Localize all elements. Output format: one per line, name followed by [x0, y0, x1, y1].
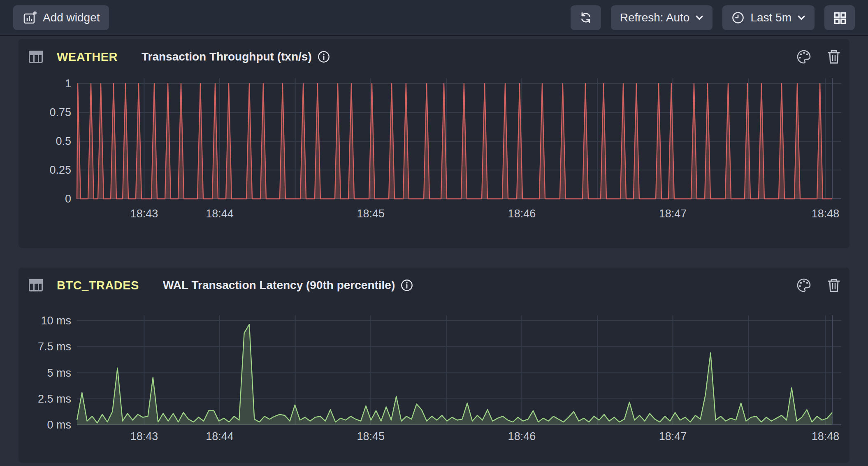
widget-title: WAL Transaction Latency (90th percentile… — [163, 279, 395, 292]
time-range-label: Last 5m — [750, 11, 791, 24]
widget-panel: WEATHER Transaction Throughput (txn/s) — [19, 39, 849, 248]
svg-text:18:45: 18:45 — [357, 430, 385, 443]
svg-text:0.5: 0.5 — [56, 135, 71, 147]
svg-text:18:45: 18:45 — [357, 207, 385, 220]
throughput-chart[interactable]: 00.250.50.75118:4318:4418:4518:4618:4718… — [19, 74, 849, 248]
svg-text:18:47: 18:47 — [659, 207, 687, 220]
info-icon[interactable] — [318, 51, 330, 63]
grid-layout-icon — [833, 11, 847, 25]
add-widget-button[interactable]: Add widget — [13, 5, 109, 30]
trash-icon[interactable] — [826, 277, 841, 293]
svg-text:18:43: 18:43 — [130, 430, 158, 443]
palette-icon[interactable] — [796, 277, 812, 293]
svg-text:5 ms: 5 ms — [47, 367, 71, 379]
grid-layout-button[interactable] — [824, 5, 855, 30]
widget-panel: BTC_TRADES WAL Transaction Latency (90th… — [19, 268, 849, 463]
svg-text:0.75: 0.75 — [49, 106, 71, 119]
chevron-down-icon — [797, 15, 805, 21]
widget-header: WEATHER Transaction Throughput (txn/s) — [19, 39, 849, 75]
table-name: BTC_TRADES — [57, 279, 139, 292]
add-widget-label: Add widget — [43, 11, 100, 24]
table-name: WEATHER — [57, 50, 118, 64]
trash-icon[interactable] — [826, 49, 841, 65]
add-widget-chart-icon — [22, 10, 37, 25]
svg-text:18:48: 18:48 — [812, 207, 840, 220]
palette-icon[interactable] — [796, 49, 812, 65]
widget-title: Transaction Throughput (txn/s) — [142, 50, 312, 63]
refresh-mode-label: Refresh: Auto — [620, 11, 690, 24]
clock-icon — [731, 11, 745, 24]
svg-text:2.5 ms: 2.5 ms — [38, 393, 71, 405]
toolbar: Add widget Refresh: Auto — [0, 0, 868, 36]
refresh-mode-dropdown[interactable]: Refresh: Auto — [611, 5, 713, 30]
svg-text:18:46: 18:46 — [508, 207, 536, 220]
table-icon — [28, 49, 44, 64]
widget-header: BTC_TRADES WAL Transaction Latency (90th… — [19, 268, 849, 303]
svg-text:7.5 ms: 7.5 ms — [38, 340, 71, 353]
svg-text:0: 0 — [65, 193, 71, 205]
svg-text:18:44: 18:44 — [206, 207, 234, 220]
chevron-down-icon — [695, 15, 703, 21]
svg-text:1: 1 — [65, 77, 71, 90]
latency-chart[interactable]: 0 ms2.5 ms5 ms7.5 ms10 ms18:4318:4418:45… — [19, 303, 849, 463]
svg-text:18:43: 18:43 — [130, 207, 158, 220]
svg-text:18:46: 18:46 — [508, 430, 536, 443]
time-range-dropdown[interactable]: Last 5m — [722, 5, 815, 30]
refresh-button[interactable] — [571, 5, 601, 30]
svg-text:18:44: 18:44 — [206, 430, 234, 443]
svg-text:0 ms: 0 ms — [47, 419, 71, 431]
svg-text:10 ms: 10 ms — [41, 315, 71, 327]
info-icon[interactable] — [401, 279, 413, 291]
table-icon — [28, 278, 44, 293]
svg-text:0.25: 0.25 — [49, 164, 71, 176]
svg-text:18:48: 18:48 — [812, 430, 840, 443]
svg-text:18:47: 18:47 — [659, 430, 687, 443]
refresh-icon — [579, 11, 593, 25]
